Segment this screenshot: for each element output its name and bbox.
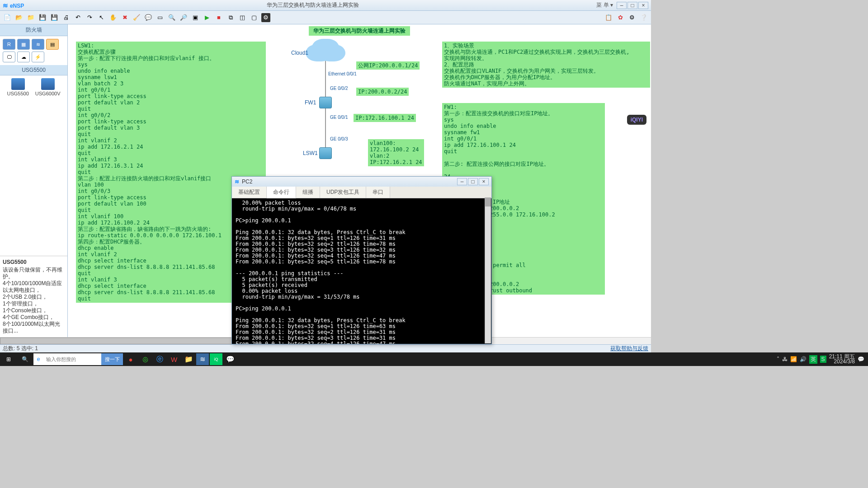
task-wps-icon[interactable]: W (167, 353, 181, 366)
pc2-maximize[interactable]: □ (468, 178, 478, 185)
status-bar: 总数: 5 选中: 1 获取帮助与反馈 (0, 344, 651, 352)
pc2-close[interactable]: × (479, 178, 489, 185)
close-button[interactable]: × (638, 2, 648, 9)
undo-icon[interactable]: ↶ (73, 13, 82, 22)
window-icon[interactable]: ◫ (238, 13, 247, 22)
delete-icon[interactable]: ✖ (120, 13, 129, 22)
tab-serial[interactable]: 串口 (366, 187, 390, 198)
save-icon[interactable]: 💾 (38, 13, 47, 22)
pc2-scrollbar[interactable] (485, 197, 491, 343)
search-icon[interactable]: 🔍 (17, 353, 33, 366)
status-left: 总数: 5 选中: 1 (3, 345, 38, 352)
task-explorer-icon[interactable]: 📁 (182, 353, 195, 366)
label-lsw1: LSW1 (303, 150, 318, 156)
search-button[interactable]: 搜一下 (101, 353, 123, 365)
label-ip-fw-up: IP:200.0.0.2/24 (356, 88, 409, 96)
redo-icon[interactable]: ↷ (85, 13, 94, 22)
pc2-window[interactable]: ≋ PC2 – □ × 基础配置 命令行 组播 UDP发包工具 串口 20.00… (231, 176, 492, 344)
palette-icon[interactable]: ▭ (156, 13, 165, 22)
tray-notif-icon[interactable]: 💬 (858, 356, 864, 362)
task-ie-icon[interactable]: ⓔ (153, 353, 166, 366)
maximize-button[interactable]: □ (627, 2, 637, 9)
gear-icon[interactable]: ⚙ (627, 13, 637, 22)
device-usg5500[interactable]: USG5500 (7, 78, 29, 96)
window-title: 华为三层交换机与防火墙连通上网实验 (29, 1, 596, 9)
title-bar: ≋ eNSP 华为三层交换机与防火墙连通上网实验 菜 单 ▾ – □ × (0, 0, 651, 11)
label-eth: Ethernet 0/0/1 (328, 71, 357, 76)
node-fw1[interactable] (319, 97, 332, 108)
pc2-tabs: 基础配置 命令行 组播 UDP发包工具 串口 (232, 187, 491, 198)
canvas-title: 华为三层交换机与防火墙连通上网实验 (309, 26, 410, 36)
dev-switch-icon[interactable]: ▦ (17, 39, 30, 50)
node-lsw1[interactable] (319, 147, 332, 159)
hand-icon[interactable]: ✋ (108, 13, 118, 22)
zoomin-icon[interactable]: 🔍 (167, 13, 176, 22)
settings-icon[interactable]: ⚙ (261, 13, 270, 22)
new-icon[interactable]: 📄 (3, 13, 12, 22)
folder-icon[interactable]: 📁 (26, 13, 35, 22)
view-icon[interactable]: ▢ (250, 13, 259, 22)
huawei-icon[interactable]: ✿ (616, 13, 625, 22)
help-icon[interactable]: ❔ (639, 13, 648, 22)
pc2-console[interactable]: 20.00% packet loss round-trip min/avg/ma… (232, 198, 491, 344)
fit-icon[interactable]: ▣ (191, 13, 200, 22)
task-iqiyi-icon[interactable]: iQ (210, 353, 222, 365)
device-usg6000v[interactable]: USG6000V (35, 78, 61, 96)
label-vlan-note: vlan100: 172.16.100.2 24 vlan:2 IP:172.1… (368, 139, 424, 166)
device-description: USG5500 该设备只做保留，不再维护。 4个10/100/1000M自适应以… (0, 256, 67, 337)
list-icon[interactable]: 📋 (604, 13, 613, 22)
status-right[interactable]: 获取帮助与反馈 (610, 345, 648, 352)
pc2-scroll-thumb[interactable] (485, 197, 491, 206)
task-ensp-icon[interactable]: ≋ (196, 353, 209, 365)
dev-pc-icon[interactable]: 🖵 (3, 52, 15, 62)
tray-net-icon[interactable]: 🖧 (782, 356, 788, 362)
tray-vol-icon[interactable]: 🔊 (800, 356, 807, 362)
start-button[interactable]: ⊞ (1, 353, 16, 366)
clock-date: 2024/3/8 (829, 359, 855, 364)
node-cloud[interactable] (312, 42, 339, 60)
label-ip-fw-down: IP:172.16.100.1 24 (354, 114, 416, 122)
dev-cloud-icon[interactable]: ☁ (17, 52, 30, 62)
capture-icon[interactable]: ⧉ (226, 13, 235, 22)
task-wechat-icon[interactable]: 💬 (223, 353, 237, 366)
tab-cli[interactable]: 命令行 (267, 187, 296, 198)
pc2-title-bar[interactable]: ≋ PC2 – □ × (232, 177, 491, 187)
app-logo-text: eNSP (10, 3, 24, 9)
erase-icon[interactable]: 🧹 (132, 13, 141, 22)
tab-multicast[interactable]: 组播 (296, 187, 320, 198)
text-icon[interactable]: 💬 (144, 13, 153, 22)
stop-icon[interactable]: ■ (214, 13, 223, 22)
usg5500-label: USG5500 (7, 91, 29, 96)
task-chrome-icon[interactable]: ● (124, 353, 137, 366)
usg6000v-label: USG6000V (35, 91, 61, 96)
app-logo: ≋ eNSP (3, 2, 24, 9)
print-icon[interactable]: 🖨 (61, 13, 71, 22)
menu-button[interactable]: 菜 单 ▾ (596, 1, 613, 9)
dev-router-icon[interactable]: R (3, 39, 15, 50)
panel-head-usg: USG5500 (0, 65, 67, 75)
zoomout-icon[interactable]: 🔎 (179, 13, 188, 22)
open-icon[interactable]: 📂 (14, 13, 24, 22)
saveall-icon[interactable]: 💾 (50, 13, 59, 22)
tray-clock[interactable]: 21:11 周五 2024/3/8 (829, 354, 855, 364)
browser-e-icon: e (33, 353, 43, 365)
search-input[interactable]: 输入你想搜的 (43, 353, 101, 365)
tray-expand-icon[interactable]: ˄ (777, 356, 779, 362)
watermark-iqiyi: iQIYI (627, 115, 646, 125)
desc-body: 该设备只做保留，不再维护。 4个10/100/1000M自适应以太网电接口， 2… (3, 267, 65, 334)
tray-wifi-icon[interactable]: 📶 (790, 356, 797, 362)
tab-udp[interactable]: UDP发包工具 (320, 187, 366, 198)
tray-ime2-icon[interactable]: S (820, 356, 826, 363)
dev-firewall-icon[interactable]: ▤ (46, 39, 59, 50)
left-panel: 防火墙 R ▦ ≋ ▤ 🖵 ☁ ⚡ USG5500 USG5500 USG600… (0, 24, 68, 337)
tab-basic[interactable]: 基础配置 (232, 187, 267, 198)
pointer-icon[interactable]: ↖ (97, 13, 106, 22)
task-360-icon[interactable]: ◎ (138, 353, 152, 366)
run-icon[interactable]: ▶ (203, 13, 212, 22)
note-scenario: 1、实验场景 交换机与防火墙连通，PC1和PC2通过交换机实现上网，交换机为三层… (442, 42, 650, 88)
dev-wlan-icon[interactable]: ≋ (32, 39, 44, 50)
dev-link-icon[interactable]: ⚡ (32, 52, 44, 62)
tray-ime-icon[interactable]: 英 (809, 355, 817, 364)
pc2-minimize[interactable]: – (457, 178, 467, 185)
minimize-button[interactable]: – (617, 2, 627, 9)
